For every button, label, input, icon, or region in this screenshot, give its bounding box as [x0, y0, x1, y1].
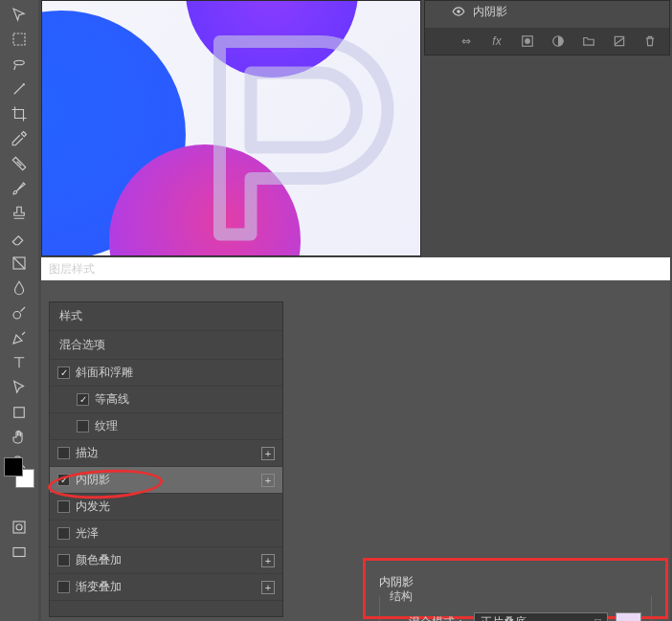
fx-icon[interactable]: fx	[489, 33, 504, 49]
svg-point-6	[16, 524, 22, 530]
style-label: 描边	[76, 445, 99, 461]
trash-icon[interactable]	[642, 33, 658, 49]
blend-options-header[interactable]: 混合选项	[50, 331, 282, 360]
style-label: 斜面和浮雕	[76, 365, 133, 381]
style-label: 渐变叠加	[76, 579, 122, 595]
style-checkbox[interactable]	[57, 500, 70, 513]
style-item-7[interactable]: 颜色叠加+	[50, 547, 282, 574]
screenmode-toggle[interactable]	[9, 542, 30, 563]
svg-point-8	[457, 10, 460, 13]
svg-point-10	[525, 38, 530, 44]
structure-group: 结构 混合模式： 正片叠底 ▽ 不透明度(O)： 46 % 角度(A)： 105	[379, 596, 652, 621]
style-item-2[interactable]: 纹理	[50, 413, 282, 440]
quickmask-toggle[interactable]	[9, 517, 30, 538]
blend-mode-select[interactable]: 正片叠底 ▽	[474, 612, 608, 621]
layer-effect-label: 内阴影	[473, 4, 507, 20]
visibility-icon[interactable]	[452, 5, 465, 18]
style-checkbox[interactable]	[57, 474, 70, 486]
style-item-8[interactable]: 渐变叠加+	[50, 574, 282, 601]
layers-panel-fragment: 内阴影 ⇔ fx	[424, 0, 670, 55]
style-label: 纹理	[95, 418, 118, 434]
style-checkbox[interactable]	[57, 554, 70, 566]
shape-tool[interactable]	[9, 402, 30, 423]
style-item-0[interactable]: 斜面和浮雕	[50, 360, 282, 387]
marquee-tool[interactable]	[9, 29, 30, 50]
style-checkbox[interactable]	[77, 393, 89, 406]
gradient-tool[interactable]	[9, 253, 30, 274]
group-icon[interactable]	[581, 33, 596, 49]
brush-tool[interactable]	[9, 178, 30, 199]
style-item-1[interactable]: 等高线	[50, 387, 282, 413]
structure-label: 结构	[386, 588, 416, 605]
mask-icon[interactable]	[520, 33, 535, 49]
style-label: 颜色叠加	[76, 552, 122, 568]
lasso-tool[interactable]	[9, 54, 30, 75]
path-select-tool[interactable]	[9, 377, 30, 398]
blur-tool[interactable]	[9, 277, 30, 299]
artwork-letter	[176, 11, 421, 256]
dodge-tool[interactable]	[9, 302, 30, 323]
document-canvas[interactable]	[41, 0, 421, 256]
link-layers-icon[interactable]: ⇔	[459, 33, 474, 49]
style-checkbox[interactable]	[57, 527, 70, 540]
healing-tool[interactable]	[9, 153, 30, 174]
blend-mode-label: 混合模式：	[390, 614, 466, 622]
dialog-title-bar[interactable]: 图层样式	[41, 257, 670, 280]
svg-point-2	[13, 312, 21, 320]
layer-effect-row[interactable]: 内阴影	[425, 1, 669, 22]
style-checkbox[interactable]	[77, 420, 89, 432]
style-checkbox[interactable]	[57, 581, 70, 593]
svg-rect-7	[13, 548, 25, 557]
inner-shadow-settings-panel: 内阴影 结构 混合模式： 正片叠底 ▽ 不透明度(O)： 46 % 角度(A)：	[363, 558, 668, 619]
adjustment-icon[interactable]	[550, 33, 566, 49]
shadow-color-swatch[interactable]	[616, 612, 641, 621]
dialog-title: 图层样式	[49, 261, 95, 277]
eyedropper-tool[interactable]	[9, 128, 30, 149]
style-checkbox[interactable]	[57, 447, 70, 459]
eraser-tool[interactable]	[9, 228, 30, 249]
style-item-5[interactable]: 内发光	[50, 494, 282, 521]
layer-style-dialog: 样式 混合选项 斜面和浮雕等高线纹理描边+内阴影+内发光光泽颜色叠加+渐变叠加+…	[41, 280, 670, 621]
crop-tool[interactable]	[9, 103, 30, 124]
move-tool[interactable]	[9, 4, 30, 25]
chevron-down-icon: ▽	[594, 617, 601, 621]
add-effect-icon[interactable]: +	[261, 474, 275, 487]
style-item-6[interactable]: 光泽	[50, 521, 282, 547]
style-label: 内阴影	[76, 472, 110, 488]
new-layer-icon[interactable]	[612, 33, 627, 49]
styles-header[interactable]: 样式	[50, 302, 282, 331]
stamp-tool[interactable]	[9, 203, 30, 224]
style-item-3[interactable]: 描边+	[50, 440, 282, 467]
svg-rect-3	[14, 408, 25, 418]
panel-title: 内阴影	[379, 574, 652, 590]
add-effect-icon[interactable]: +	[261, 447, 275, 460]
svg-rect-5	[13, 521, 25, 533]
svg-rect-0	[13, 33, 25, 45]
pen-tool[interactable]	[9, 327, 30, 348]
style-checkbox[interactable]	[57, 366, 70, 379]
foreground-color-swatch[interactable]	[4, 457, 23, 477]
blend-mode-value: 正片叠底	[481, 614, 526, 622]
style-label: 内发光	[76, 499, 110, 515]
add-effect-icon[interactable]: +	[261, 581, 275, 594]
layers-panel-footer: ⇔ fx	[425, 28, 669, 55]
type-tool[interactable]	[9, 352, 30, 373]
tool-palette	[0, 0, 38, 621]
style-label: 等高线	[95, 391, 129, 408]
styles-list: 样式 混合选项 斜面和浮雕等高线纹理描边+内阴影+内发光光泽颜色叠加+渐变叠加+	[49, 301, 283, 617]
style-item-4[interactable]: 内阴影+	[50, 467, 282, 494]
color-swatches[interactable]	[4, 457, 34, 488]
style-label: 光泽	[76, 525, 99, 542]
wand-tool[interactable]	[9, 78, 30, 100]
hand-tool[interactable]	[9, 427, 30, 448]
add-effect-icon[interactable]: +	[261, 554, 275, 567]
